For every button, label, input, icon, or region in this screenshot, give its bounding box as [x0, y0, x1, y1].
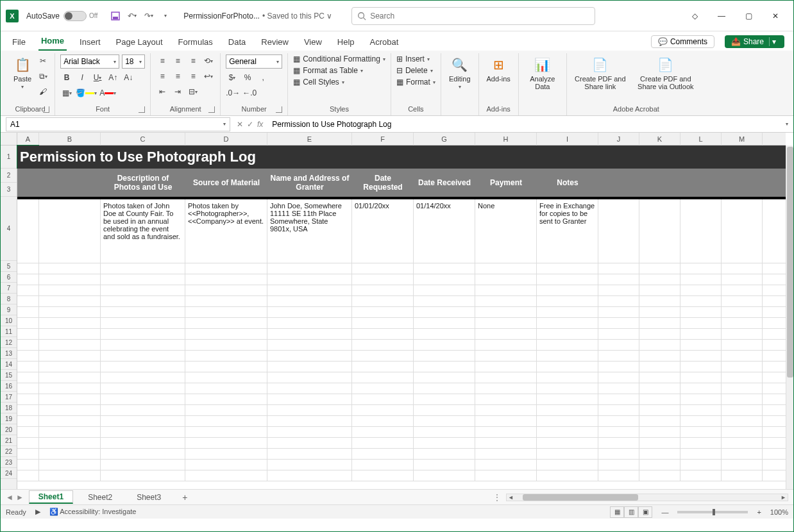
- tab-page-layout[interactable]: Page Layout: [114, 35, 165, 51]
- cell[interactable]: [352, 449, 414, 460]
- cell[interactable]: [475, 405, 537, 416]
- cell[interactable]: [414, 383, 475, 394]
- row-header[interactable]: 5: [1, 261, 17, 272]
- cell[interactable]: [680, 318, 722, 329]
- cell[interactable]: [722, 296, 763, 307]
- col-header[interactable]: G: [414, 133, 475, 145]
- number-format-select[interactable]: General▾: [226, 54, 282, 69]
- cell[interactable]: [475, 318, 537, 329]
- cell[interactable]: [639, 372, 680, 383]
- cell[interactable]: [352, 394, 414, 405]
- cell[interactable]: [598, 263, 639, 274]
- row-header[interactable]: 19: [1, 413, 17, 424]
- prev-sheet-icon[interactable]: ◄: [6, 493, 13, 502]
- create-pdf-outlook-button[interactable]: 📄 Create PDF and Share via Outlook: [631, 54, 700, 92]
- cell[interactable]: [537, 296, 598, 307]
- comma-icon[interactable]: ,: [257, 71, 269, 84]
- cell[interactable]: [267, 318, 352, 329]
- name-box[interactable]: A1▾: [6, 117, 230, 131]
- tab-acrobat[interactable]: Acrobat: [367, 35, 401, 51]
- cell[interactable]: [680, 416, 722, 427]
- cell[interactable]: [352, 460, 414, 470]
- cell[interactable]: [680, 438, 722, 449]
- zoom-in-icon[interactable]: +: [757, 508, 761, 516]
- cell[interactable]: [639, 351, 680, 362]
- cell[interactable]: John Doe, Somewhere 11111 SE 11th Place …: [267, 199, 352, 263]
- row-header[interactable]: 10: [1, 315, 17, 326]
- fx-icon[interactable]: fx: [257, 120, 263, 129]
- select-all-button[interactable]: [1, 133, 17, 145]
- next-sheet-icon[interactable]: ►: [16, 493, 24, 502]
- dialog-launcher-icon[interactable]: [43, 106, 49, 113]
- cell[interactable]: [185, 351, 267, 362]
- cell[interactable]: [185, 405, 267, 416]
- cell[interactable]: [598, 362, 639, 372]
- cell[interactable]: [598, 449, 639, 460]
- cell[interactable]: [639, 470, 680, 481]
- cell[interactable]: [722, 416, 763, 427]
- cell[interactable]: [680, 449, 722, 460]
- cell[interactable]: [639, 307, 680, 318]
- cell[interactable]: [17, 470, 39, 481]
- cell[interactable]: 01/14/20xx: [414, 199, 475, 263]
- insert-cells-button[interactable]: ⊞Insert▾: [396, 54, 435, 63]
- cell[interactable]: [639, 383, 680, 394]
- cell[interactable]: [598, 318, 639, 329]
- table-row[interactable]: [17, 296, 786, 307]
- table-row[interactable]: [17, 438, 786, 449]
- cell[interactable]: [598, 405, 639, 416]
- file-name[interactable]: PermissionForPhoto...: [183, 12, 260, 21]
- table-row[interactable]: [17, 263, 786, 274]
- cell[interactable]: [414, 263, 475, 274]
- cell[interactable]: None: [475, 199, 537, 263]
- cell[interactable]: [414, 307, 475, 318]
- table-row[interactable]: [17, 394, 786, 405]
- cell[interactable]: [39, 362, 101, 372]
- table-row[interactable]: [17, 470, 786, 481]
- cell[interactable]: [17, 318, 39, 329]
- cell[interactable]: Free in Exchange for copies to be sent t…: [537, 199, 598, 263]
- table-header[interactable]: Source of Material: [185, 169, 267, 197]
- cell[interactable]: [680, 329, 722, 340]
- col-header[interactable]: H: [475, 133, 537, 145]
- sheet-tab-sheet1[interactable]: Sheet1: [29, 490, 73, 504]
- cell[interactable]: [185, 340, 267, 351]
- search-input[interactable]: [370, 12, 589, 21]
- tab-formulas[interactable]: Formulas: [176, 35, 215, 51]
- cell[interactable]: [475, 438, 537, 449]
- fill-color-icon[interactable]: 🪣▾: [76, 87, 97, 99]
- cell[interactable]: [722, 329, 763, 340]
- cell[interactable]: [101, 362, 185, 372]
- cell[interactable]: [414, 416, 475, 427]
- cell[interactable]: [475, 416, 537, 427]
- qat-customize-icon[interactable]: ▾: [160, 11, 171, 21]
- tab-help[interactable]: Help: [335, 35, 357, 51]
- cell[interactable]: [722, 362, 763, 372]
- cell[interactable]: [722, 263, 763, 274]
- cell[interactable]: [267, 383, 352, 394]
- cancel-formula-icon[interactable]: ✕: [237, 120, 243, 129]
- cell[interactable]: [39, 285, 101, 296]
- cell[interactable]: [598, 416, 639, 427]
- align-left-icon[interactable]: ≡: [156, 70, 169, 83]
- tab-data[interactable]: Data: [226, 35, 248, 51]
- cell[interactable]: [639, 329, 680, 340]
- cell[interactable]: [722, 372, 763, 383]
- cell[interactable]: [39, 274, 101, 285]
- cell[interactable]: [414, 460, 475, 470]
- zoom-level[interactable]: 100%: [770, 508, 788, 516]
- cell[interactable]: [185, 307, 267, 318]
- cell[interactable]: [639, 340, 680, 351]
- vertical-scrollbar[interactable]: [786, 145, 793, 489]
- cell[interactable]: [17, 263, 39, 274]
- table-row[interactable]: [17, 372, 786, 383]
- cell[interactable]: [352, 416, 414, 427]
- maximize-icon[interactable]: ▢: [741, 8, 756, 24]
- cell[interactable]: [475, 394, 537, 405]
- row-header[interactable]: 21: [1, 435, 17, 446]
- row-header[interactable]: 8: [1, 294, 17, 304]
- cell[interactable]: [267, 449, 352, 460]
- table-row[interactable]: [17, 362, 786, 372]
- cell[interactable]: [537, 329, 598, 340]
- table-header[interactable]: Date Received: [414, 169, 475, 197]
